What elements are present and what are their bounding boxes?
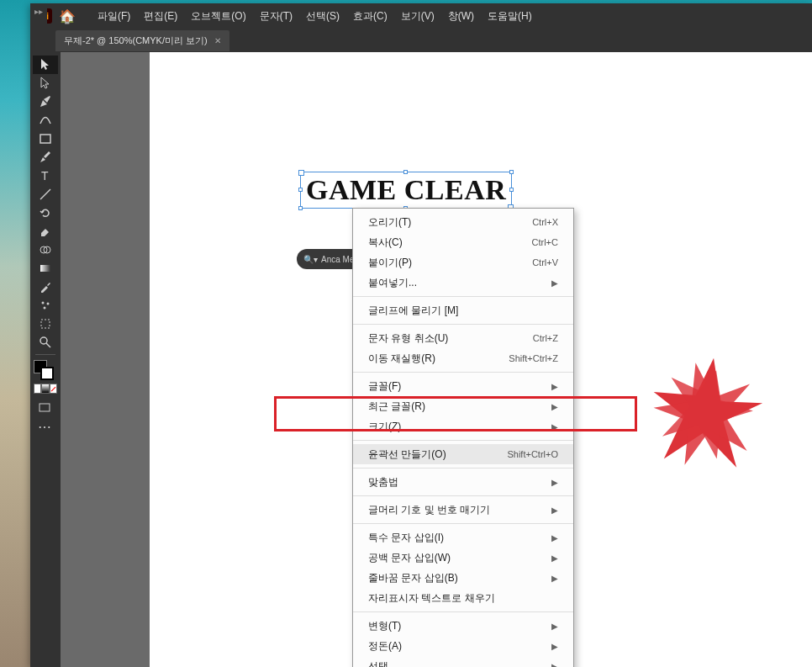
ctx-copy[interactable]: 복사(C)Ctrl+C bbox=[353, 232, 573, 252]
ctx-create-outlines[interactable]: 윤곽선 만들기(O)Shift+Ctrl+O bbox=[353, 444, 573, 464]
document-tab[interactable]: 무제-2* @ 150%(CMYK/미리 보기) ✕ bbox=[55, 30, 229, 51]
annotation-star-mark bbox=[647, 353, 765, 471]
close-icon[interactable]: ✕ bbox=[214, 36, 221, 45]
ctx-paste-special[interactable]: 붙여넣기...▶ bbox=[353, 273, 573, 293]
edit-toolbar[interactable]: ⋯ bbox=[32, 417, 57, 436]
menu-text[interactable]: 문자(T) bbox=[255, 6, 298, 27]
svg-rect-0 bbox=[40, 135, 50, 143]
pen-tool[interactable] bbox=[33, 93, 58, 111]
ctx-fill-placeholder[interactable]: 자리표시자 텍스트로 채우기 bbox=[353, 588, 573, 608]
search-icon: 🔍▾ bbox=[303, 255, 318, 264]
stroke-swatch[interactable] bbox=[40, 367, 54, 380]
svg-rect-12 bbox=[40, 404, 50, 411]
eyedropper-tool[interactable] bbox=[33, 278, 58, 296]
svg-line-11 bbox=[46, 343, 50, 347]
ctx-select[interactable]: 선택▶ bbox=[353, 656, 573, 667]
ctx-redo[interactable]: 이동 재실행(R)Shift+Ctrl+Z bbox=[353, 348, 573, 368]
tools-panel: T bbox=[30, 52, 61, 361]
color-mode-swatches[interactable] bbox=[34, 384, 57, 394]
ctx-undo-type[interactable]: 문자 유형 취소(U)Ctrl+Z bbox=[353, 328, 573, 348]
shape-builder-tool[interactable] bbox=[33, 241, 58, 259]
home-icon[interactable]: 🏠 bbox=[59, 8, 76, 24]
text-content: GAME CLEAR bbox=[306, 174, 506, 205]
ctx-transform[interactable]: 변형(T)▶ bbox=[353, 616, 573, 636]
menu-window[interactable]: 창(W) bbox=[443, 6, 479, 27]
menu-edit[interactable]: 편집(E) bbox=[139, 6, 182, 27]
artboard-tool[interactable] bbox=[33, 315, 58, 333]
screen-mode-tool[interactable] bbox=[32, 399, 57, 417]
menu-view[interactable]: 보기(V) bbox=[396, 6, 440, 27]
tab-bar: 무제-2* @ 150%(CMYK/미리 보기) ✕ bbox=[30, 29, 812, 52]
type-tool[interactable]: T bbox=[33, 167, 58, 185]
rotate-tool[interactable] bbox=[33, 204, 58, 222]
symbol-sprayer-tool[interactable] bbox=[33, 296, 58, 315]
menu-bar: 파일(F) 편집(E) 오브젝트(O) 문자(T) 선택(S) 효과(C) 보기… bbox=[92, 6, 537, 27]
ctx-spelling[interactable]: 맞춤법▶ bbox=[353, 472, 573, 492]
svg-line-2 bbox=[40, 189, 50, 199]
context-menu: 오리기(T)Ctrl+X 복사(C)Ctrl+C 붙이기(P)Ctrl+V 붙여… bbox=[352, 208, 574, 667]
ctx-insert-special[interactable]: 특수 문자 삽입(I)▶ bbox=[353, 527, 573, 548]
selected-text-object[interactable]: GAME CLEAR bbox=[300, 172, 512, 209]
ctx-cut[interactable]: 오리기(T)Ctrl+X bbox=[353, 212, 573, 232]
direct-selection-tool[interactable] bbox=[33, 74, 58, 93]
pasteboard bbox=[61, 52, 150, 667]
eraser-tool[interactable] bbox=[33, 222, 58, 241]
svg-point-8 bbox=[44, 307, 46, 310]
ctx-arrange[interactable]: 정돈(A)▶ bbox=[353, 636, 573, 656]
ctx-snap-glyph[interactable]: 글리프에 물리기 [M] bbox=[353, 300, 573, 320]
line-tool[interactable] bbox=[33, 185, 58, 204]
rectangle-tool[interactable] bbox=[33, 130, 58, 148]
ctx-recent-fonts[interactable]: 최근 글꼴(R)▶ bbox=[353, 396, 573, 416]
ctx-size[interactable]: 크기(Z)▶ bbox=[353, 416, 573, 437]
svg-point-10 bbox=[40, 337, 47, 344]
title-bar: Ai 🏠 파일(F) 편집(E) 오브젝트(O) 문자(T) 선택(S) 효과(… bbox=[30, 3, 812, 29]
menu-file[interactable]: 파일(F) bbox=[92, 6, 135, 27]
tab-title: 무제-2* @ 150%(CMYK/미리 보기) bbox=[64, 34, 208, 47]
ctx-bullets[interactable]: 글머리 기호 및 번호 매기기▶ bbox=[353, 500, 573, 520]
menu-select[interactable]: 선택(S) bbox=[301, 6, 345, 27]
svg-rect-5 bbox=[40, 265, 50, 272]
menu-help[interactable]: 도움말(H) bbox=[482, 6, 537, 27]
paintbrush-tool[interactable] bbox=[33, 148, 58, 167]
zoom-tool[interactable] bbox=[33, 333, 58, 352]
svg-rect-9 bbox=[41, 320, 50, 328]
svg-text:T: T bbox=[41, 169, 49, 183]
ctx-insert-break[interactable]: 줄바꿈 문자 삽입(B)▶ bbox=[353, 568, 573, 588]
ctx-paste[interactable]: 붙이기(P)Ctrl+V bbox=[353, 252, 573, 273]
menu-effect[interactable]: 효과(C) bbox=[348, 6, 393, 27]
curvature-tool[interactable] bbox=[33, 111, 58, 130]
gradient-tool[interactable] bbox=[33, 259, 58, 278]
selection-tool[interactable] bbox=[33, 56, 58, 74]
ctx-font[interactable]: 글꼴(F)▶ bbox=[353, 376, 573, 396]
svg-point-7 bbox=[47, 303, 50, 305]
menu-object[interactable]: 오브젝트(O) bbox=[186, 6, 250, 27]
ctx-insert-whitespace[interactable]: 공백 문자 삽입(W)▶ bbox=[353, 548, 573, 568]
svg-point-6 bbox=[42, 302, 45, 304]
